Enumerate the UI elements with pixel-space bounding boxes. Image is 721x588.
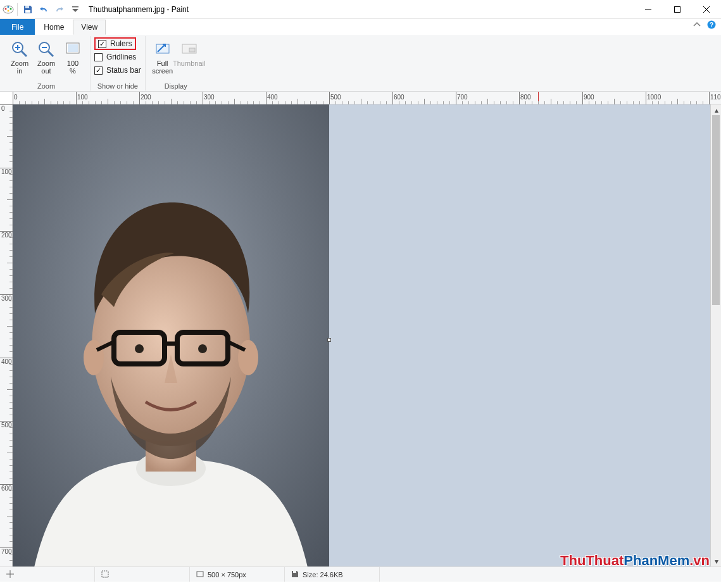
svg-point-36 <box>198 344 207 353</box>
thumbnail-label: Thumbnail <box>173 59 205 67</box>
group-show-label: Show or hide <box>97 82 138 90</box>
undo-icon[interactable] <box>37 3 51 16</box>
full-screen-label: Full screen <box>152 59 173 75</box>
gridlines-checkbox-row[interactable]: Gridlines <box>94 51 136 63</box>
svg-point-3 <box>10 8 12 9</box>
svg-rect-41 <box>293 571 296 573</box>
thumbnail-button: Thumbnail <box>176 39 203 78</box>
horizontal-ruler: 010020030040050060070080090010001100 <box>13 92 721 104</box>
minimize-button[interactable] <box>634 0 663 19</box>
svg-rect-9 <box>675 7 680 13</box>
window-title: Thuthuatphanmem.jpg - Paint <box>89 5 189 14</box>
zoom-in-label: Zoom in <box>11 59 28 75</box>
scroll-up-arrow-icon[interactable]: ▴ <box>711 104 721 115</box>
canvas-area[interactable] <box>13 104 710 566</box>
vertical-ruler: 0100200300400500600700 <box>0 104 13 566</box>
svg-line-17 <box>48 51 53 56</box>
group-zoom: Zoom in Zoom out 100 % Zoom <box>3 36 91 91</box>
zoom-100-label: 100 % <box>67 59 78 75</box>
vertical-scrollbar[interactable]: ▴ ▾ <box>710 104 721 566</box>
zoom-out-button[interactable]: Zoom out <box>33 39 60 78</box>
group-zoom-label: Zoom <box>37 82 55 90</box>
full-screen-icon <box>153 39 173 59</box>
redo-icon[interactable] <box>53 3 66 16</box>
svg-rect-7 <box>72 6 78 8</box>
svg-point-2 <box>8 6 9 8</box>
zoom-in-button[interactable]: Zoom in <box>6 39 33 78</box>
svg-line-13 <box>22 51 27 56</box>
selection-icon <box>101 570 109 579</box>
rulers-checkbox-row[interactable]: Rulers <box>94 37 136 50</box>
group-display: Full screen Thumbnail Display <box>146 36 206 91</box>
window-controls <box>634 0 721 18</box>
zoom-100-icon <box>63 39 83 59</box>
statusbar-checkbox-row[interactable]: Status bar <box>94 64 141 77</box>
svg-point-35 <box>135 344 144 353</box>
resize-handle-right[interactable] <box>327 338 331 342</box>
ribbon-view: Zoom in Zoom out 100 % Zoom Rulers <box>0 35 721 92</box>
tab-home[interactable]: Home <box>35 19 73 35</box>
group-show-or-hide: Rulers Gridlines Status bar Show or hide <box>91 36 146 91</box>
svg-rect-40 <box>197 572 203 577</box>
disk-icon <box>291 570 299 579</box>
svg-text:?: ? <box>710 22 713 28</box>
zoom-in-icon <box>9 39 30 59</box>
scroll-down-arrow-icon[interactable]: ▾ <box>711 556 721 566</box>
svg-point-29 <box>238 340 258 375</box>
qat-customize-icon[interactable] <box>68 3 82 16</box>
tab-file[interactable]: File <box>0 19 35 35</box>
collapse-ribbon-icon[interactable] <box>693 21 701 30</box>
watermark: ThuThuatPhanMem.vn <box>560 553 710 569</box>
statusbar-checkbox[interactable] <box>94 66 103 75</box>
statusbar-label: Status bar <box>106 66 141 75</box>
title-bar: Thuthuatphanmem.jpg - Paint <box>0 0 721 19</box>
close-button[interactable] <box>692 0 721 19</box>
status-pointer <box>0 567 95 582</box>
gridlines-checkbox[interactable] <box>94 53 103 61</box>
dimensions-icon <box>196 570 204 579</box>
svg-rect-23 <box>189 48 195 52</box>
quick-access-toolbar <box>0 0 82 18</box>
svg-rect-8 <box>645 9 651 10</box>
svg-point-4 <box>8 9 9 11</box>
thumbnail-icon <box>179 39 199 59</box>
crosshair-icon <box>6 570 14 579</box>
rulers-label: Rulers <box>110 39 132 48</box>
svg-rect-39 <box>102 571 108 577</box>
svg-point-1 <box>5 8 7 9</box>
zoom-out-icon <box>36 39 56 59</box>
group-display-label: Display <box>165 82 187 90</box>
status-dimensions: 500 × 750px <box>190 567 285 582</box>
svg-rect-20 <box>68 44 78 52</box>
gridlines-label: Gridlines <box>106 53 136 61</box>
maximize-button[interactable] <box>663 0 692 19</box>
full-screen-button[interactable]: Full screen <box>149 39 176 78</box>
workspace: 010020030040050060070080090010001100 010… <box>0 92 721 566</box>
zoom-out-label: Zoom out <box>37 59 55 75</box>
paint-app-icon <box>3 4 14 15</box>
svg-rect-6 <box>25 10 30 13</box>
tab-view[interactable]: View <box>73 20 106 35</box>
help-icon[interactable]: ? <box>707 20 716 31</box>
portrait-image <box>13 104 329 566</box>
rulers-checkbox[interactable] <box>98 40 106 48</box>
scrollbar-thumb[interactable] <box>712 115 720 305</box>
svg-rect-5 <box>25 6 29 8</box>
status-size: Size: 24.6KB <box>285 567 380 582</box>
save-icon[interactable] <box>21 3 35 16</box>
svg-point-28 <box>84 340 104 375</box>
ribbon-tabs: File Home View ? <box>0 19 721 35</box>
status-selection <box>95 567 190 582</box>
zoom-100-button[interactable]: 100 % <box>60 39 86 78</box>
image-canvas[interactable] <box>13 104 329 566</box>
